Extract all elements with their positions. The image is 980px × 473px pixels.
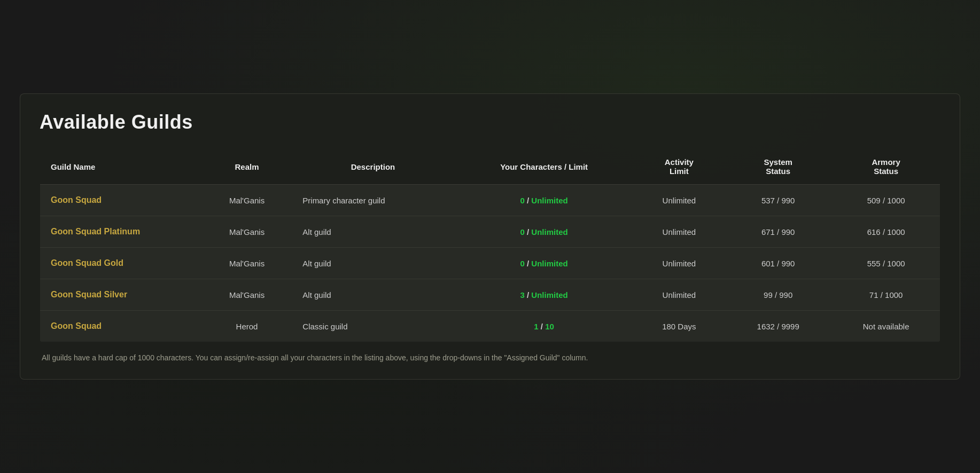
- realm-cell: Mal'Ganis: [202, 185, 292, 216]
- description-cell: Alt guild: [292, 216, 454, 248]
- table-row: Goon Squad SilverMal'GanisAlt guild3 / U…: [40, 279, 940, 311]
- chars-limit-text: Unlimited: [531, 196, 567, 205]
- chars-separator: /: [525, 227, 532, 237]
- armory-status-cell: 509 / 1000: [832, 185, 940, 216]
- chars-separator: /: [525, 196, 532, 205]
- system-status-cell: 1632 / 9999: [724, 311, 832, 342]
- chars-separator: /: [525, 259, 532, 268]
- realm-cell: Mal'Ganis: [202, 279, 292, 311]
- panel-title: Available Guilds: [40, 111, 940, 133]
- chars-separator: /: [539, 322, 546, 331]
- system-status-cell: 601 / 990: [724, 248, 832, 279]
- activity-limit-cell: Unlimited: [634, 216, 725, 248]
- guild-table: Guild Name Realm Description Your Charac…: [40, 148, 940, 342]
- chars-limit-cell: 0 / Unlimited: [454, 248, 634, 279]
- col-header-guild-name: Guild Name: [40, 149, 202, 185]
- realm-cell: Herod: [202, 311, 292, 342]
- guild-name-cell: Goon Squad: [40, 311, 202, 342]
- guild-name: Goon Squad Gold: [51, 258, 123, 267]
- activity-limit-cell: Unlimited: [634, 185, 725, 216]
- guild-name: Goon Squad: [51, 195, 102, 204]
- chars-num: 0: [520, 196, 524, 205]
- activity-limit-cell: Unlimited: [634, 248, 725, 279]
- armory-status-cell: Not available: [832, 311, 940, 342]
- table-row: Goon Squad GoldMal'GanisAlt guild0 / Unl…: [40, 248, 940, 279]
- guild-name: Goon Squad: [51, 321, 102, 330]
- col-header-description: Description: [292, 149, 454, 185]
- chars-num: 1: [534, 322, 538, 331]
- system-status-cell: 99 / 990: [724, 279, 832, 311]
- chars-limit-text: Unlimited: [531, 259, 567, 268]
- chars-num: 3: [520, 290, 524, 299]
- chars-num: 0: [520, 227, 524, 237]
- armory-status-cell: 555 / 1000: [832, 248, 940, 279]
- activity-limit-cell: Unlimited: [634, 279, 725, 311]
- chars-num: 0: [520, 259, 524, 268]
- description-cell: Alt guild: [292, 248, 454, 279]
- armory-status-cell: 71 / 1000: [832, 279, 940, 311]
- guild-name-cell: Goon Squad: [40, 185, 202, 216]
- activity-limit-cell: 180 Days: [634, 311, 725, 342]
- chars-limit-text: Unlimited: [531, 227, 567, 237]
- chars-limit-cell: 1 / 10: [454, 311, 634, 342]
- table-row: Goon SquadMal'GanisPrimary character gui…: [40, 185, 940, 216]
- chars-limit-text: Unlimited: [531, 290, 567, 299]
- chars-limit-cell: 3 / Unlimited: [454, 279, 634, 311]
- guild-name-cell: Goon Squad Gold: [40, 248, 202, 279]
- col-header-activity-limit: ActivityLimit: [634, 149, 725, 185]
- description-cell: Alt guild: [292, 279, 454, 311]
- chars-limit-cell: 0 / Unlimited: [454, 216, 634, 248]
- chars-separator: /: [525, 290, 532, 299]
- description-cell: Primary character guild: [292, 185, 454, 216]
- table-row: Goon Squad PlatinumMal'GanisAlt guild0 /…: [40, 216, 940, 248]
- guild-name: Goon Squad Platinum: [51, 227, 140, 236]
- col-header-realm: Realm: [202, 149, 292, 185]
- col-header-chars-limit: Your Characters / Limit: [454, 149, 634, 185]
- col-header-armory-status: ArmoryStatus: [832, 149, 940, 185]
- guild-name-cell: Goon Squad Platinum: [40, 216, 202, 248]
- chars-limit-cell: 0 / Unlimited: [454, 185, 634, 216]
- description-cell: Classic guild: [292, 311, 454, 342]
- table-header-row: Guild Name Realm Description Your Charac…: [40, 149, 940, 185]
- guild-name: Goon Squad Silver: [51, 290, 127, 299]
- chars-limit-text: 10: [545, 322, 554, 331]
- system-status-cell: 537 / 990: [724, 185, 832, 216]
- available-guilds-panel: Available Guilds Guild Name Realm Descri…: [20, 93, 960, 379]
- system-status-cell: 671 / 990: [724, 216, 832, 248]
- col-header-system-status: SystemStatus: [724, 149, 832, 185]
- table-row: Goon SquadHerodClassic guild1 / 10180 Da…: [40, 311, 940, 342]
- footer-note: All guilds have a hard cap of 1000 chara…: [40, 352, 940, 364]
- realm-cell: Mal'Ganis: [202, 216, 292, 248]
- guild-name-cell: Goon Squad Silver: [40, 279, 202, 311]
- armory-status-cell: 616 / 1000: [832, 216, 940, 248]
- realm-cell: Mal'Ganis: [202, 248, 292, 279]
